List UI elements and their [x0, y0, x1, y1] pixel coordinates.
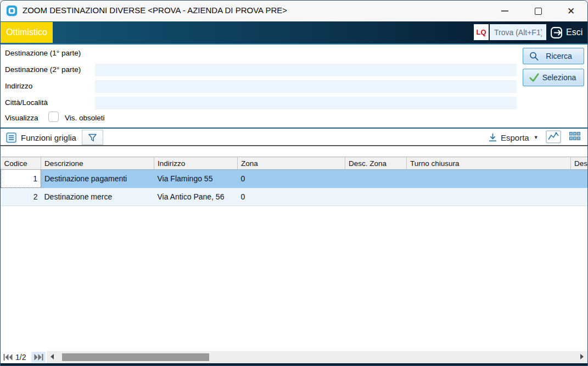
- table-cell[interactable]: Via Antico Pane, 56: [154, 188, 238, 206]
- vis-obsoleti-checkbox[interactable]: [48, 112, 59, 122]
- table-cell[interactable]: [345, 170, 407, 188]
- destinazione2-input[interactable]: [95, 64, 517, 76]
- triangle-left-icon: [49, 353, 55, 360]
- window-bottom-edge: [1, 363, 587, 365]
- maximize-button[interactable]: [530, 1, 546, 21]
- scrollbar-thumb[interactable]: [62, 353, 209, 361]
- filter-funnel-icon: [87, 132, 98, 143]
- first-page-button[interactable]: [3, 354, 13, 362]
- table-cell[interactable]: [407, 188, 571, 206]
- ricerca-button[interactable]: Ricerca: [523, 48, 584, 64]
- close-button[interactable]: ✕: [563, 1, 579, 21]
- column-header[interactable]: Turno chiusura: [407, 157, 571, 170]
- app-logo-icon: [6, 5, 18, 16]
- chart-view-button[interactable]: [546, 130, 561, 145]
- grid-view-button[interactable]: [569, 132, 581, 142]
- grid-tiles-icon: [569, 132, 581, 141]
- column-header[interactable]: Codice: [1, 157, 41, 170]
- column-header[interactable]: Descrizione: [41, 157, 154, 170]
- last-page-button[interactable]: [31, 352, 46, 363]
- table-cell[interactable]: [407, 170, 571, 188]
- indirizzo-input[interactable]: [95, 80, 517, 93]
- table-cell[interactable]: Via Flamingo 55: [154, 170, 238, 188]
- first-page-icon: [3, 354, 13, 361]
- table-cell[interactable]: Destinazione pagamenti: [41, 170, 154, 188]
- table-body: 1Destinazione pagamentiVia Flamingo 5502…: [1, 170, 588, 206]
- ricerca-label: Ricerca: [540, 52, 584, 60]
- field-label-destinazione2: Destinazione (2° parte): [5, 65, 81, 74]
- filter-button[interactable]: [82, 130, 103, 145]
- field-label-indirizzo: Indirizzo: [5, 82, 32, 90]
- seleziona-label: Seleziona: [540, 73, 584, 82]
- chart-icon: [546, 130, 561, 143]
- field-label-citta: Città/Località: [5, 98, 48, 107]
- column-header[interactable]: Des: [571, 157, 588, 170]
- status-bar: 1/2: [1, 351, 587, 363]
- destinazione1-input[interactable]: [95, 47, 517, 60]
- main-toolbar: Ottimistico LQ Esci: [1, 21, 587, 45]
- horizontal-scrollbar[interactable]: [47, 351, 587, 363]
- checkmark-icon: [528, 72, 540, 83]
- field-label-destinazione1: Destinazione (1° parte): [5, 49, 81, 57]
- table-cell[interactable]: Destinazione merce: [41, 188, 154, 206]
- window-title: ZOOM DESTINAZIONI DIVERSE <PROVA - AZIEN…: [23, 5, 287, 15]
- grid-toolbar: Funzioni griglia Esporta ▼: [1, 129, 587, 146]
- funzioni-griglia-label: Funzioni griglia: [21, 133, 76, 142]
- export-button[interactable]: Esporta ▼: [488, 131, 539, 144]
- table-header-row: CodiceDescrizioneIndirizzoZonaDesc. Zona…: [1, 157, 588, 170]
- column-header[interactable]: Indirizzo: [154, 157, 238, 170]
- seleziona-button[interactable]: Seleziona: [523, 69, 584, 86]
- chevron-down-icon: ▼: [534, 135, 539, 140]
- minimize-button[interactable]: [496, 1, 513, 21]
- exit-arrow-icon: [550, 26, 563, 40]
- codice-cell[interactable]: 1: [1, 170, 41, 188]
- exit-label: Esci: [566, 27, 583, 37]
- table-row[interactable]: 1Destinazione pagamentiVia Flamingo 550: [1, 170, 588, 188]
- app-window: ZOOM DESTINAZIONI DIVERSE <PROVA - AZIEN…: [0, 0, 588, 366]
- column-header[interactable]: Zona: [238, 157, 345, 170]
- table-row[interactable]: 2Destinazione merceVia Antico Pane, 560: [1, 188, 588, 206]
- vis-obsoleti-label: Vis. obsoleti: [65, 114, 105, 122]
- results-table: CodiceDescrizioneIndirizzoZonaDesc. Zona…: [1, 157, 587, 352]
- citta-localita-input[interactable]: [95, 97, 517, 109]
- funzioni-griglia-button[interactable]: Funzioni griglia: [6, 131, 76, 144]
- table-cell[interactable]: [571, 170, 588, 188]
- table-cell[interactable]: [571, 188, 588, 206]
- last-page-icon: [34, 354, 43, 361]
- column-header[interactable]: Desc. Zona: [345, 157, 407, 170]
- page-indicator: 1/2: [15, 353, 26, 362]
- titlebar: ZOOM DESTINAZIONI DIVERSE <PROVA - AZIEN…: [1, 1, 587, 21]
- table-cell[interactable]: 0: [238, 188, 345, 206]
- scroll-right-arrow[interactable]: [578, 353, 586, 362]
- codice-cell[interactable]: 2: [1, 188, 41, 206]
- lq-badge: LQ: [474, 24, 489, 40]
- search-icon: [528, 51, 540, 62]
- grid-menu-icon: [6, 132, 16, 143]
- exit-button[interactable]: Esci: [550, 24, 583, 41]
- search-form: Destinazione (1° parte) Destinazione (2°…: [1, 45, 587, 127]
- download-icon: [488, 133, 497, 142]
- triangle-right-icon: [579, 353, 585, 360]
- find-input[interactable]: [490, 24, 546, 40]
- table-cell[interactable]: 0: [238, 170, 345, 188]
- ottimistico-status-button[interactable]: Ottimistico: [1, 22, 53, 43]
- table-cell[interactable]: [345, 188, 407, 206]
- scroll-left-arrow[interactable]: [48, 353, 57, 362]
- export-label: Esporta: [501, 133, 529, 142]
- visualizza-label: Visualizza: [5, 114, 38, 122]
